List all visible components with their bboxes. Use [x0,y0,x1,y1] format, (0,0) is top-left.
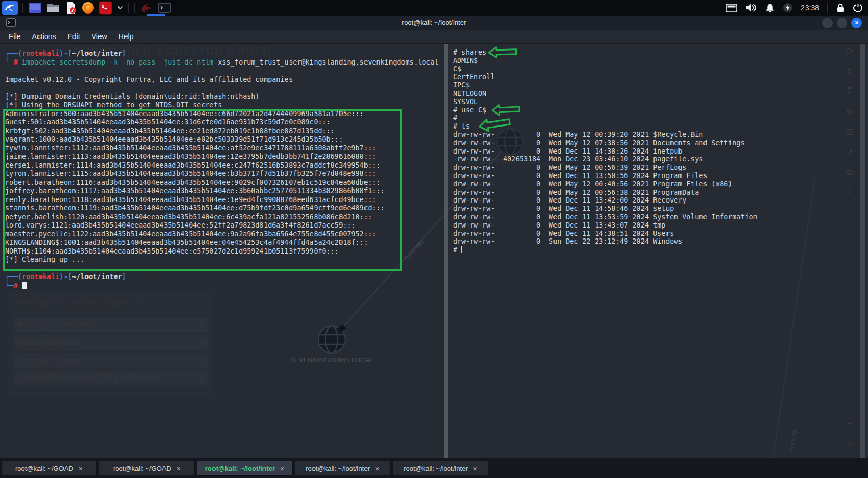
terminal-text-segment: # use C$ [453,106,486,114]
terminal-text-segment: ┌──( [5,49,22,57]
terminal-text-segment: drw-rw-rw- 0 Wed Dec 11 13:50:56 2024 Pr… [453,172,707,180]
terminal-text-segment: # [453,246,461,254]
terminal-text-segment: ADMIN$ [453,57,478,65]
minimize-button[interactable] [822,18,833,28]
terminal-line: └─# impacket-secretsdump -k -no-pass -ju… [5,58,439,67]
bg-inbound-row-label: Transitive Controllers [18,356,84,364]
menu-item-file[interactable]: File [3,30,27,43]
logout-icon[interactable] [853,3,863,13]
window-titlebar[interactable]: root@kali: ~/loot/inter × [0,16,868,30]
menu-item-edit[interactable]: Edit [61,30,85,43]
root-terminal-button[interactable]: $_ [99,1,112,15]
terminal-tab[interactable]: root@kali: ~/GOAD× [1,461,97,476]
panel-separator [827,3,828,13]
root-terminal-icon: $_ [99,1,112,15]
home-icon: ⌂ [844,439,856,448]
terminal-tab[interactable]: root@kali: ~/loot/inter× [197,461,293,476]
bg-inbound-row-label: Calculated Principals with DCSync Privil… [18,374,158,382]
graph-edge [771,174,815,458]
tab-label: root@kali: ~/loot/inter [404,464,468,472]
terminal-tab[interactable]: root@kali: ~/loot/inter× [295,461,391,476]
power-manager-icon[interactable] [783,3,793,13]
terminal-line: drw-rw-rw- 0 Wed Dec 11 14:38:51 2024 Us… [453,230,757,238]
desktop-panel: $_ [0,0,868,16]
taskbar-item-goad[interactable] [140,1,153,15]
terminal-text-segment: xss_forum_trust_user@kingslanding.sevenk… [213,58,438,66]
firefox-icon [82,2,94,14]
terminal-tab[interactable]: root@kali: ~/loot/inter× [393,461,488,476]
bg-panel-title: INBOUND CONTROL RIGHTS [17,299,143,308]
menu-item-actions[interactable]: Actions [27,30,62,43]
clock[interactable]: 23:38 [801,4,819,12]
terminal-line: └─# [5,282,439,291]
bg-node-label: SEVENKINGDOMS.LOCAL [290,356,373,364]
terminal-line: drw-rw-rw- 0 Wed Dec 11 13:43:07 2024 tm… [453,221,757,230]
notifications-bell-icon[interactable] [765,3,775,13]
terminal-tab[interactable]: root@kali: ~/GOAD× [99,461,195,476]
terminal-text-segment: ] [122,49,126,57]
display-icon[interactable] [726,4,737,12]
bg-collapse-icon: — [198,299,206,308]
terminal-text-segment: ~/loot/inter [72,273,122,281]
terminal-line: Impacket v0.12.0 - Copyright Fortra, LLC… [5,76,439,84]
terminal-line: SYSVOL [453,98,757,106]
qterminal-icon [158,2,171,14]
chart-icon: ↗ [844,147,856,157]
lock-icon[interactable] [836,3,845,13]
domain-node-globe-icon [318,325,346,353]
tab-close-icon[interactable]: × [375,464,380,473]
tab-close-icon[interactable]: × [79,464,83,473]
terminal-line: # use C$ [453,106,757,115]
tab-close-icon[interactable]: × [473,464,477,473]
close-button[interactable]: × [851,18,862,28]
tab-close-icon[interactable]: × [177,464,181,473]
panel-separator [128,3,129,13]
terminal-text-segment: # [14,58,22,66]
menu-item-help[interactable]: Help [113,30,140,43]
bg-inbound-row: Unrolled Controllers0 [14,335,209,350]
volume-icon[interactable] [745,3,757,12]
terminal-text-segment: # [14,282,22,290]
terminal-text-segment: ┌──( [5,273,22,281]
terminal-text-segment: IPC$ [453,81,470,89]
bg-inbound-row: First Degree Controllers0 [14,318,209,332]
terminal-text-segment: )-[ [59,273,72,281]
terminal-line: drw-rw-rw- 0 Wed Dec 11 13:53:59 2024 Sy… [453,213,757,221]
terminal-line: drw-rw-rw- 0 Wed Dec 11 14:58:46 2024 se… [453,205,757,213]
bg-inbound-row-label: First Degree Controllers [18,321,92,329]
virtual-desktop-button[interactable] [28,1,42,15]
tab-label: root@kali: ~/GOAD [113,464,171,472]
tasks-icon: ☰ [844,127,856,137]
terminal-line: drw-rw-rw- 0 Wed Dec 11 13:42:00 2024 Re… [453,196,757,205]
bg-inbound-row-value: 0 [200,338,204,346]
terminal-dropdown-button[interactable] [117,1,123,15]
menu-item-view[interactable]: View [86,30,113,43]
terminal-line: drw-rw-rw- 0 Wed Dec 11 14:38:26 2024 in… [453,147,757,156]
terminal-line: [*] Using the DRSUAPI method to get NTDS… [5,101,439,110]
terminal-line: drw-rw-rw- 0 Wed May 12 00:39:20 2021 $R… [453,131,757,139]
pane-splitter[interactable] [444,44,448,458]
maximize-button[interactable] [837,18,847,28]
terminal-line: # shares [453,48,757,57]
vertical-scrollbar[interactable] [860,44,865,458]
folder-icon [46,2,60,14]
tab-close-icon[interactable]: × [280,464,284,473]
bg-inbound-row-value: 0 [200,374,204,382]
terminal-right-pane[interactable]: # sharesADMIN$C$CertEnrollIPC$NETLOGONSY… [453,48,757,254]
terminal-line [5,84,439,93]
terminal-text-segment: drw-rw-rw- 0 Wed Dec 11 14:38:26 2024 in… [453,147,682,155]
terminal-text-segment: └─ [5,282,14,290]
terminal-line: drw-rw-rw- 0 Wed May 12 00:56:39 2021 Pe… [453,163,757,172]
firefox-button[interactable] [82,1,94,15]
taskbar-item-qterminal[interactable] [158,1,171,15]
terminal-text-segment: # shares [453,48,486,56]
terminal-line: NETLOGON [453,90,757,98]
text-editor-button[interactable] [65,1,77,15]
file-manager-button[interactable] [46,1,60,15]
desktop: $_ [0,0,868,478]
kali-menu-button[interactable] [2,1,18,15]
virtual-desktop-icon [28,2,42,14]
terminal-line: # [453,246,757,254]
terminal-text-segment: -rw-rw-rw- 402653184 Mon Dec 23 03:46:10… [453,155,703,163]
terminal-text-segment: [*] Dumping Domain Credentials (domain\u… [5,93,259,100]
